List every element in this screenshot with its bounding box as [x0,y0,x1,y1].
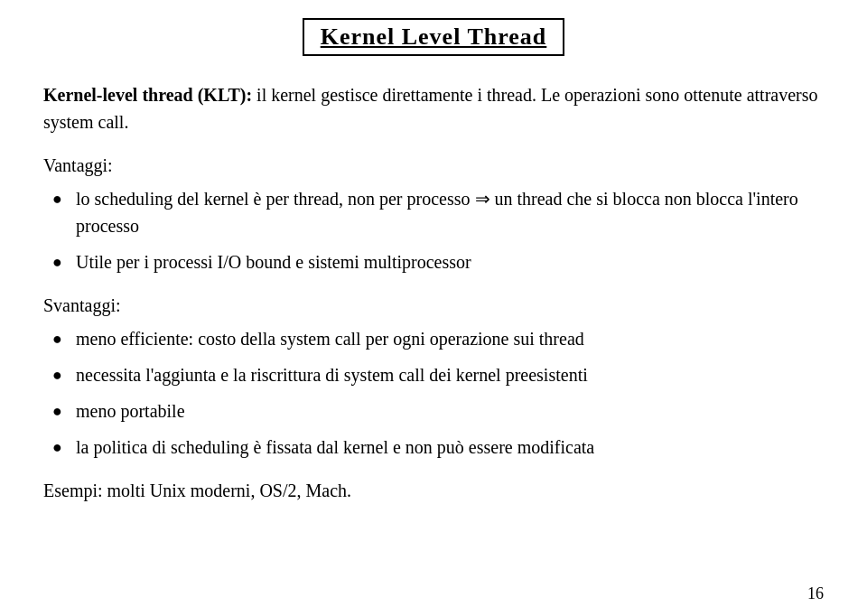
svantaggi-item-2: necessita l'aggiunta e la riscrittura di… [76,361,824,388]
list-item: ● Utile per i processi I/O bound e siste… [43,248,824,275]
page-number: 16 [807,584,824,603]
bullet-icon: ● [52,399,69,424]
bullet-icon: ● [52,363,69,387]
vantaggi-item-1: lo scheduling del kernel è per thread, n… [76,185,824,239]
svantaggi-item-1: meno efficiente: costo della system call… [76,325,824,352]
list-item: ● meno efficiente: costo della system ca… [43,325,824,352]
vantaggi-list: ● lo scheduling del kernel è per thread,… [43,185,824,275]
bullet-icon: ● [52,327,69,351]
svantaggi-item-4: la politica di scheduling è fissata dal … [76,434,824,461]
list-item: ● la politica di scheduling è fissata da… [43,434,824,461]
list-item: ● necessita l'aggiunta e la riscrittura … [43,361,824,388]
bullet-icon: ● [52,187,69,211]
slide-page: Kernel Level Thread Kernel-level thread … [0,0,867,616]
svantaggi-header: Svantaggi: [43,295,824,316]
vantaggi-header: Vantaggi: [43,155,824,176]
esempi-paragraph: Esempi: molti Unix moderni, OS/2, Mach. [43,481,824,501]
list-item: ● lo scheduling del kernel è per thread,… [43,185,824,239]
arrow-icon: ⇒ [475,189,490,209]
vantaggi-item-1-before: lo scheduling del kernel è per thread, n… [76,189,475,209]
bullet-icon: ● [52,250,69,275]
klt-term: Kernel-level thread (KLT): [43,85,252,105]
svantaggi-list: ● meno efficiente: costo della system ca… [43,325,824,461]
slide-title: Kernel Level Thread [303,18,565,56]
intro-paragraph: Kernel-level thread (KLT): il kernel ges… [43,81,824,135]
list-item: ● meno portabile [43,397,824,425]
svantaggi-item-3: meno portabile [76,397,824,425]
title-container: Kernel Level Thread [43,18,824,56]
bullet-icon: ● [52,435,69,460]
vantaggi-item-2: Utile per i processi I/O bound e sistemi… [76,248,824,275]
